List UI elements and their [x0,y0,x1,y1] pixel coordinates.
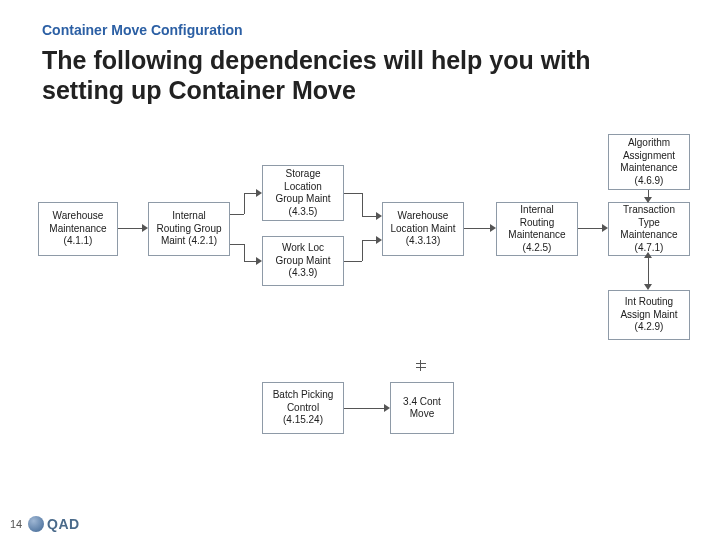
box-cont-move: 3.4 Cont Move [390,382,454,434]
box-storage-location-group: Storage Location Group Maint (4.3.5) [262,165,344,221]
box-internal-routing-group: Internal Routing Group Maint (4.2.1) [148,202,230,256]
box-algorithm-assignment-maintenance: Algorithm Assignment Maintenance (4.6.9) [608,134,690,190]
box-transaction-type-maintenance: Transaction Type Maintenance (4.7.1) [608,202,690,256]
box-warehouse-maintenance: Warehouse Maintenance (4.1.1) [38,202,118,256]
box-warehouse-location-maint: Warehouse Location Maint (4.3.13) [382,202,464,256]
box-work-loc-group: Work Loc Group Maint (4.3.9) [262,236,344,286]
page-number: 14 [10,518,22,530]
box-internal-routing-maintenance: Internal Routing Maintenance (4.2.5) [496,202,578,256]
section-title: Container Move Configuration [42,22,243,38]
logo-text: QAD [47,516,80,532]
box-int-routing-assign-maint: Int Routing Assign Maint (4.2.9) [608,290,690,340]
box-batch-picking-control: Batch Picking Control (4.15.24) [262,382,344,434]
globe-icon [28,516,44,532]
logo: QAD [28,516,80,532]
page-title: The following dependencies will help you… [42,46,662,105]
